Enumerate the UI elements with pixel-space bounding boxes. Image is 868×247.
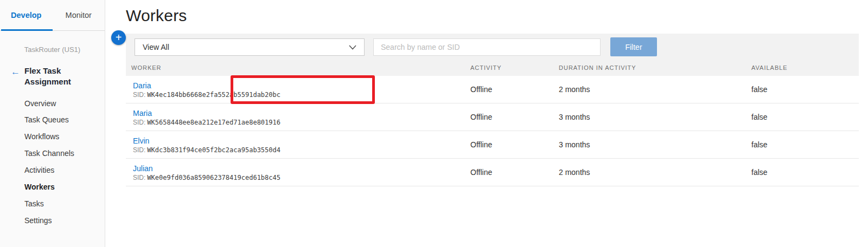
- activity-value: Offline: [470, 113, 492, 121]
- sidebar-item-settings[interactable]: Settings: [0, 212, 105, 229]
- worker-name-link[interactable]: Daria: [133, 81, 151, 90]
- sidebar-item-tasks[interactable]: Tasks: [0, 196, 105, 212]
- table-row-daria: Daria SID:WK4ec184bb6668e2fa552ab5591dab…: [126, 76, 859, 103]
- worker-name-link[interactable]: Maria: [133, 109, 152, 118]
- sidebar-item-workflows[interactable]: Workflows: [0, 128, 105, 145]
- worker-sid: SID:WK4ec184bb6668e2fa552ab5591dab20bc: [133, 91, 280, 99]
- sid-value: WKe0e9fd036a859062378419ced61b8c45: [147, 174, 280, 181]
- duration-value: 3 months: [559, 140, 590, 149]
- worker-cell: Maria SID:WK5658448ee8ea212e17ed71ae8e80…: [133, 108, 280, 126]
- worker-cell: Elvin SID:WKdc3b831f94ce05f2bc2aca95ab35…: [133, 136, 280, 154]
- duration-value: 3 months: [559, 113, 590, 121]
- sidebar-item-task-queues[interactable]: Task Queues: [0, 112, 105, 128]
- page-title: Workers: [126, 6, 187, 25]
- sidebar-tabbar: Develop Monitor: [0, 0, 105, 31]
- add-worker-button[interactable]: +: [111, 30, 126, 45]
- active-tab-underline: [1, 29, 53, 31]
- view-filter-dropdown[interactable]: View All: [135, 38, 365, 56]
- search-input[interactable]: [373, 38, 601, 56]
- worker-cell: Julian SID:WKe0e9fd036a859062378419ced61…: [133, 164, 280, 181]
- sidebar-item-activities[interactable]: Activities: [0, 162, 105, 179]
- duration-value: 2 months: [559, 168, 590, 177]
- sid-value: WK5658448ee8ea212e17ed71ae8e801916: [147, 119, 280, 126]
- worker-name-link[interactable]: Elvin: [133, 136, 149, 145]
- sidebar-item-task-channels[interactable]: Task Channels: [0, 145, 105, 162]
- duration-value: 2 months: [559, 85, 590, 94]
- worker-sid: SID:WK5658448ee8ea212e17ed71ae8e801916: [133, 119, 280, 126]
- column-header-activity: ACTIVITY: [470, 64, 502, 71]
- sidebar-item-overview[interactable]: Overview: [0, 95, 105, 112]
- back-arrow-icon[interactable]: ←: [11, 67, 20, 76]
- column-header-worker: WORKER: [131, 64, 162, 71]
- sidebar-nav: Overview Task Queues Workflows Task Chan…: [0, 95, 105, 229]
- sidebar: Develop Monitor TaskRouter (US1) ← Flex …: [0, 0, 105, 247]
- sid-label: SID:: [133, 146, 145, 154]
- worker-name-link[interactable]: Julian: [133, 164, 153, 173]
- sidebar-item-workers[interactable]: Workers: [0, 179, 105, 196]
- table-row-maria: Maria SID:WK5658448ee8ea212e17ed71ae8e80…: [126, 103, 859, 131]
- table-row-julian: Julian SID:WKe0e9fd036a859062378419ced61…: [126, 159, 859, 186]
- view-filter-value: View All: [143, 43, 169, 51]
- tab-develop[interactable]: Develop: [0, 0, 53, 30]
- plus-icon: +: [116, 31, 122, 43]
- sid-value: WK4ec184bb6668e2fa552ab5591dab20bc: [147, 91, 280, 99]
- section-header: ← Flex Task Assignment: [0, 66, 105, 88]
- worker-cell: Daria SID:WK4ec184bb6668e2fa552ab5591dab…: [133, 81, 280, 99]
- column-header-duration: DURATION IN ACTIVITY: [559, 64, 636, 71]
- sid-label: SID:: [133, 119, 145, 126]
- table-row-elvin: Elvin SID:WKdc3b831f94ce05f2bc2aca95ab35…: [126, 131, 859, 159]
- tab-monitor[interactable]: Monitor: [53, 0, 105, 30]
- region-label: TaskRouter (US1): [0, 46, 105, 54]
- main-content: Workers + View All Filter WORKER ACTIVIT…: [105, 0, 868, 247]
- activity-value: Offline: [470, 85, 492, 94]
- activity-value: Offline: [470, 140, 492, 149]
- available-value: false: [751, 168, 768, 177]
- taskrouter-workers-page: Develop Monitor TaskRouter (US1) ← Flex …: [0, 0, 868, 247]
- sid-label: SID:: [133, 91, 145, 99]
- sid-label: SID:: [133, 174, 145, 181]
- chevron-down-icon: [349, 45, 356, 50]
- activity-value: Offline: [470, 168, 492, 177]
- worker-sid: SID:WKdc3b831f94ce05f2bc2aca95ab3550d4: [133, 146, 280, 154]
- worker-sid: SID:WKe0e9fd036a859062378419ced61b8c45: [133, 174, 280, 181]
- available-value: false: [751, 140, 768, 149]
- available-value: false: [751, 113, 768, 121]
- available-value: false: [751, 85, 768, 94]
- sid-value: WKdc3b831f94ce05f2bc2aca95ab3550d4: [147, 146, 280, 154]
- filter-button[interactable]: Filter: [610, 37, 657, 56]
- column-header-available: AVAILABLE: [751, 64, 788, 71]
- section-title: Flex Task Assignment: [24, 66, 99, 88]
- filter-and-header-panel: View All Filter WORKER ACTIVITY DURATION…: [126, 34, 859, 76]
